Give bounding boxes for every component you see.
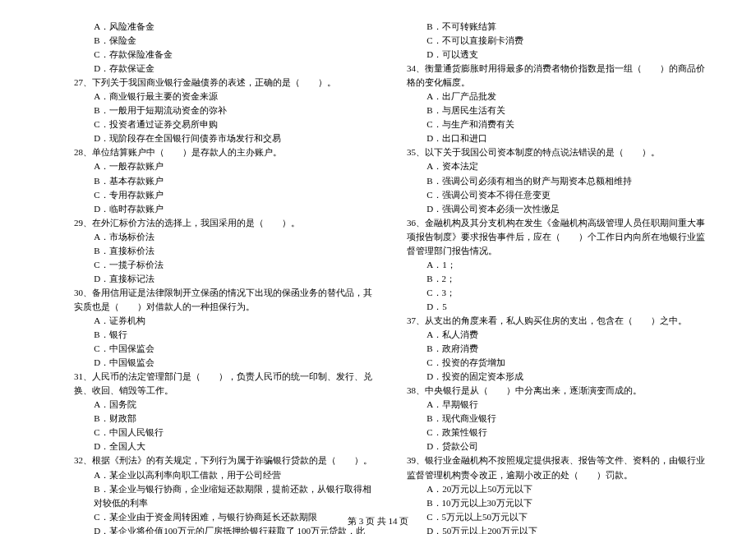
answer-option: D．现阶段存在全国银行间债券市场发行和交易 [74, 131, 374, 145]
answer-option: D．存款保证金 [74, 62, 374, 76]
answer-option: C．专用存款账户 [74, 188, 374, 202]
answer-option: C．与生产和消费有关 [407, 117, 707, 131]
answer-option: B．10万元以上30万元以下 [407, 496, 707, 510]
answer-option: C．政策性银行 [407, 426, 707, 440]
answer-option: A．市场标价法 [74, 230, 374, 244]
answer-option: A．证券机构 [74, 314, 374, 328]
answer-option: B．与居民生活有关 [407, 104, 707, 117]
answer-option: D．出口和进口 [407, 131, 707, 145]
question-line: 32、根据《刑法》的有关规定，下列行为属于诈骗银行贷款的是（ ）。 [74, 453, 374, 467]
answer-option: A．资本法定 [407, 159, 707, 173]
question-line: 39、银行业金融机构不按照规定提供报表、报告等文件、资料的，由银行业监督管理机构… [407, 453, 707, 481]
answer-option: B．不可转账结算 [407, 20, 707, 34]
answer-option: C．不可以直接刷卡消费 [407, 34, 707, 48]
question-line: 38、中央银行是从（ ）中分离出来，逐渐演变而成的。 [407, 384, 707, 398]
answer-option: C．一揽子标价法 [74, 258, 374, 272]
answer-option: B．直接标价法 [74, 244, 374, 258]
answer-option: C．中国人民银行 [74, 426, 374, 440]
question-line: 29、在外汇标价方法的选择上，我国采用的是（ ）。 [74, 216, 374, 230]
answer-option: B．现代商业银行 [407, 412, 707, 426]
answer-option: C．存款保险准备金 [74, 48, 374, 62]
answer-option: D．投资的固定资本形成 [407, 370, 707, 384]
answer-option: C．中国保监会 [74, 342, 374, 356]
question-line: 36、金融机构及其分支机构在发生《金融机构高级管理人员任职期间重大事项报告制度》… [407, 216, 707, 258]
answer-option: D．全国人大 [74, 440, 374, 453]
answer-option: B．某企业与银行协商，企业缩短还款期限，提前还款，从银行取得相对较低的利率 [74, 482, 374, 510]
answer-option: B．2； [407, 272, 707, 286]
answer-option: D．5 [407, 300, 707, 314]
answer-option: B．银行 [74, 328, 374, 342]
answer-option: A．国务院 [74, 398, 374, 412]
answer-option: D．强调公司资本必须一次性缴足 [407, 202, 707, 216]
answer-option: D．直接标记法 [74, 272, 374, 286]
answer-option: B．基本存款账户 [74, 174, 374, 188]
answer-option: C．3； [407, 286, 707, 300]
question-line: 37、从支出的角度来看，私人购买住房的支出，包含在（ ）之中。 [407, 314, 707, 328]
answer-option: B．财政部 [74, 412, 374, 426]
question-line: 30、备用信用证是法律限制开立保函的情况下出现的保函业务的替代品，其实质也是（ … [74, 286, 374, 314]
answer-option: A．早期银行 [407, 398, 707, 412]
two-column-layout: A．风险准备金B．保险金C．存款保险准备金D．存款保证金27、下列关于我国商业银… [74, 20, 707, 534]
answer-option: B．强调公司必须有相当的财产与期资本总额相维持 [407, 174, 707, 188]
answer-option: A．风险准备金 [74, 20, 374, 34]
answer-option: C．强调公司资本不得任意变更 [407, 188, 707, 202]
answer-option: A．商业银行最主要的资金来源 [74, 90, 374, 104]
right-column: B．不可转账结算C．不可以直接刷卡消费D．可以透支34、衡量通货膨胀时用得最多的… [407, 20, 707, 534]
answer-option: D．临时存款账户 [74, 202, 374, 216]
question-line: 34、衡量通货膨胀时用得最多的消费者物价指数是指一组（ ）的商品价格的变化幅度。 [407, 62, 707, 90]
answer-option: A．20万元以上50万元以下 [407, 482, 707, 496]
answer-option: D．可以透支 [407, 48, 707, 62]
answer-option: D．贷款公司 [407, 440, 707, 453]
answer-option: A．某企业以高利率向职工借款，用于公司经营 [74, 468, 374, 482]
answer-option: A．私人消费 [407, 328, 707, 342]
answer-option: A．一般存款账户 [74, 159, 374, 173]
question-line: 35、以下关于我国公司资本制度的特点说法错误的是（ ）。 [407, 145, 707, 159]
answer-option: B．政府消费 [407, 342, 707, 356]
answer-option: C．投资的存货增加 [407, 356, 707, 370]
question-line: 27、下列关于我国商业银行金融债券的表述，正确的是（ ）。 [74, 76, 374, 90]
left-column: A．风险准备金B．保险金C．存款保险准备金D．存款保证金27、下列关于我国商业银… [74, 20, 374, 534]
answer-option: B．一般用于短期流动资金的弥补 [74, 104, 374, 117]
answer-option: A．1； [407, 258, 707, 272]
answer-option: B．保险金 [74, 34, 374, 48]
page-footer: 第 3 页 共 14 页 [0, 515, 756, 527]
question-line: 31、人民币的法定管理部门是（ ），负责人民币的统一印制、发行、兑换、收回、销毁… [74, 370, 374, 398]
answer-option: C．投资者通过证券交易所申购 [74, 117, 374, 131]
question-line: 28、单位结算账户中（ ）是存款人的主办账户。 [74, 145, 374, 159]
answer-option: D．中国银监会 [74, 356, 374, 370]
answer-option: A．出厂产品批发 [407, 90, 707, 104]
